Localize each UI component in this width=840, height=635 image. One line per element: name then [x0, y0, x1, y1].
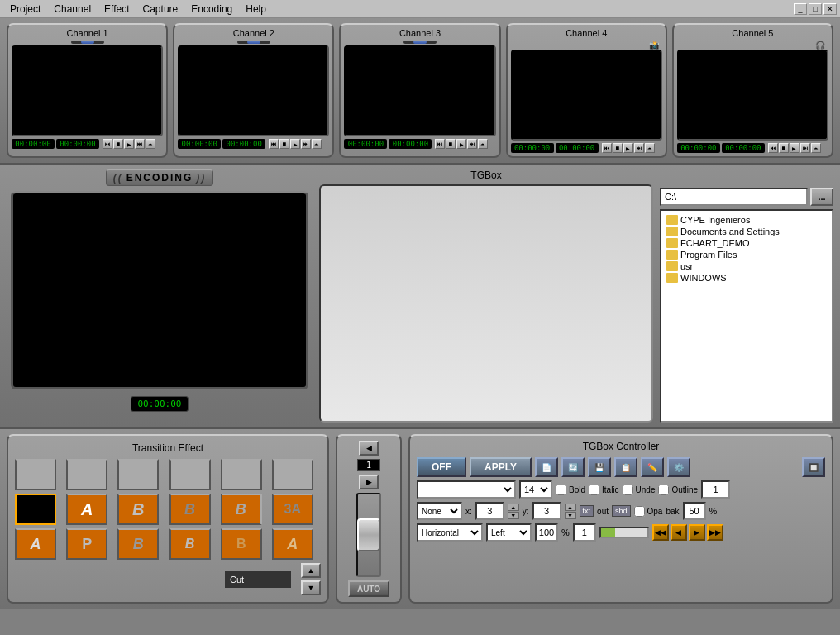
bold-checkbox[interactable]: [556, 485, 566, 495]
ch5-play[interactable]: ▶: [790, 143, 799, 153]
file-item-3[interactable]: Program Files: [665, 249, 828, 260]
effect-cell-Ai2[interactable]: A: [272, 528, 313, 560]
effect-up-button[interactable]: ▲: [301, 563, 321, 578]
italic-checkbox[interactable]: [589, 485, 599, 495]
ch3-stop[interactable]: ⏹: [446, 139, 456, 149]
effect-cell-B3[interactable]: B: [221, 494, 262, 525]
ch1-play[interactable]: ▶: [124, 139, 134, 149]
off-button[interactable]: OFF: [417, 457, 466, 477]
path-input[interactable]: [660, 188, 808, 206]
icon-btn-5[interactable]: ✏️: [641, 457, 664, 477]
file-item-2[interactable]: FCHART_DEMO: [665, 237, 828, 249]
icon-btn-1[interactable]: 📄: [535, 457, 558, 477]
ch2-next[interactable]: ⏭: [301, 139, 311, 149]
menu-capture[interactable]: Capture: [136, 2, 185, 17]
icon-btn-3[interactable]: 💾: [588, 457, 611, 477]
y-spin-down[interactable]: ▼: [565, 512, 576, 519]
size-select[interactable]: 14 12 16 18 24: [519, 480, 552, 499]
outline-checkbox[interactable]: [658, 485, 669, 495]
menu-effect[interactable]: Effect: [98, 2, 136, 17]
ch1-stop[interactable]: ⏹: [113, 139, 123, 149]
maximize-button[interactable]: □: [809, 3, 822, 15]
right-icon-btn[interactable]: 🔲: [802, 457, 825, 477]
effect-cell-empty-5[interactable]: [221, 459, 262, 490]
effect-cell-B[interactable]: B: [117, 494, 159, 525]
txt-button[interactable]: txt: [580, 505, 594, 517]
effect-cell-A[interactable]: A: [66, 494, 107, 525]
effect-cell-Pa[interactable]: P: [66, 528, 107, 560]
ch5-stop[interactable]: ⏹: [779, 143, 789, 153]
arrow-btn-2[interactable]: ◀: [671, 524, 687, 541]
file-item-0[interactable]: CYPE Ingenieros: [665, 214, 828, 226]
file-item-4[interactable]: usr: [665, 260, 828, 272]
ch3-eject[interactable]: ⏏: [478, 139, 488, 149]
effect-cell-empty-4[interactable]: [169, 459, 211, 490]
slider-thumb[interactable]: [357, 518, 380, 551]
ch3-prev[interactable]: ⏮: [435, 139, 445, 149]
effect-cell-empty-6[interactable]: [272, 459, 313, 490]
icon-btn-4[interactable]: 📋: [614, 457, 637, 477]
icon-btn-6[interactable]: ⚙️: [667, 457, 690, 477]
menu-project[interactable]: Project: [3, 2, 47, 17]
effect-down-button[interactable]: ▼: [301, 580, 321, 595]
arrow-btn-3[interactable]: ▶: [689, 524, 705, 541]
y-input[interactable]: [532, 502, 561, 520]
effect-cell-3B[interactable]: B: [221, 528, 262, 560]
apply-button[interactable]: APPLY: [470, 457, 532, 477]
y-spin-up[interactable]: ▲: [565, 504, 576, 511]
ch2-play[interactable]: ▶: [290, 139, 300, 149]
none-select[interactable]: None: [417, 502, 462, 520]
opacity-value-input[interactable]: [683, 502, 706, 520]
x-spin-down[interactable]: ▼: [508, 512, 519, 519]
file-item-1[interactable]: Documents and Settings: [665, 226, 828, 237]
effect-cell-3A[interactable]: 3A: [272, 494, 313, 525]
slider-up-button[interactable]: ◀: [359, 441, 379, 456]
ch5-prev[interactable]: ⏮: [768, 143, 778, 153]
zoom-input[interactable]: [535, 523, 558, 542]
ch2-prev[interactable]: ⏮: [269, 139, 279, 149]
effect-cell-Ba2[interactable]: B: [169, 528, 211, 560]
ch5-next[interactable]: ⏭: [800, 143, 810, 153]
ch5-eject[interactable]: ⏏: [811, 143, 821, 153]
ch3-next[interactable]: ⏭: [467, 139, 477, 149]
slider-track[interactable]: [356, 493, 381, 577]
effect-cell-black[interactable]: [15, 494, 56, 525]
file-item-5[interactable]: WINDOWS: [665, 272, 828, 284]
arrow-btn-1[interactable]: ◀◀: [652, 524, 669, 541]
menu-channel[interactable]: Channel: [47, 2, 98, 17]
effect-cell-empty-3[interactable]: [117, 459, 159, 490]
align-select[interactable]: Left Center Right: [486, 523, 532, 542]
slider-down-button[interactable]: ▶: [359, 475, 379, 489]
ch1-prev[interactable]: ⏮: [103, 139, 112, 149]
close-button[interactable]: ✕: [823, 3, 837, 15]
effect-cell-empty-1[interactable]: [15, 459, 56, 490]
direction-select[interactable]: Horizontal Vertical: [417, 523, 483, 542]
auto-button[interactable]: AUTO: [348, 580, 389, 597]
arrow-btn-4[interactable]: ▶▶: [707, 524, 723, 541]
ch4-play[interactable]: ▶: [623, 143, 633, 153]
font-select[interactable]: [417, 480, 516, 499]
ch4-prev[interactable]: ⏮: [602, 143, 612, 153]
outline-size-input[interactable]: [701, 480, 730, 499]
ch4-next[interactable]: ⏭: [634, 143, 644, 153]
ch2-eject[interactable]: ⏏: [312, 139, 322, 149]
minimize-button[interactable]: _: [794, 3, 807, 15]
shd-button[interactable]: shd: [612, 505, 631, 517]
x-spin-up[interactable]: ▲: [508, 504, 519, 511]
browse-button[interactable]: ...: [810, 188, 833, 206]
effect-cell-empty-2[interactable]: [66, 459, 107, 490]
ch3-play[interactable]: ▶: [456, 139, 466, 149]
ch2-stop[interactable]: ⏹: [279, 139, 289, 149]
page-num-input[interactable]: [573, 523, 596, 542]
menu-help[interactable]: Help: [239, 2, 273, 17]
ch1-eject[interactable]: ⏏: [146, 139, 155, 149]
opacity-checkbox[interactable]: [634, 506, 645, 517]
ch4-stop[interactable]: ⏹: [613, 143, 623, 153]
underline-checkbox[interactable]: [623, 485, 633, 495]
x-input[interactable]: [475, 502, 504, 520]
ch4-eject[interactable]: ⏏: [645, 143, 655, 153]
ch1-next[interactable]: ⏭: [135, 139, 145, 149]
icon-btn-2[interactable]: 🔄: [561, 457, 585, 477]
effect-cell-Ba[interactable]: B: [117, 528, 159, 560]
effect-cell-B2[interactable]: B: [169, 494, 211, 525]
